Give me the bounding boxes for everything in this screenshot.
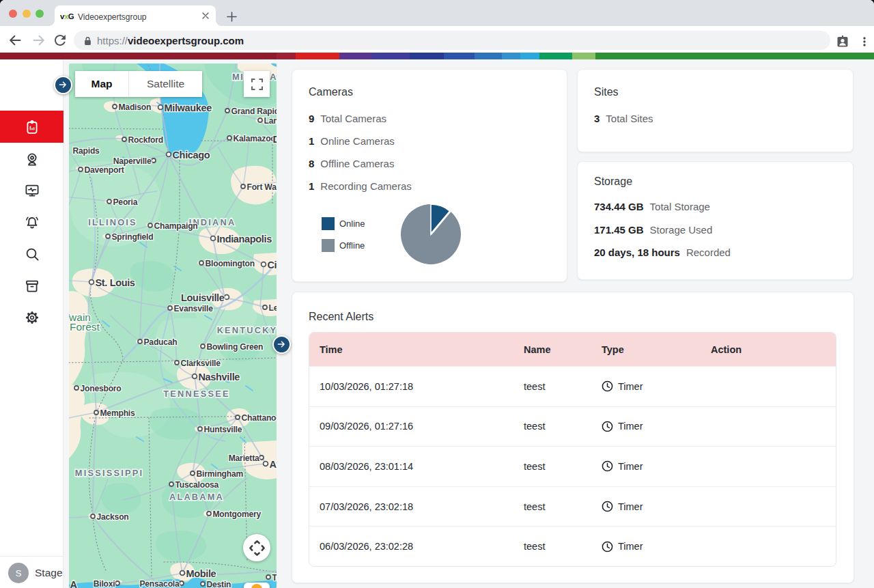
map-city-label: Milwaukee <box>165 102 212 113</box>
stat-label: Recording Cameras <box>320 180 411 192</box>
menu-kebab-icon[interactable] <box>861 37 868 46</box>
pan-icon <box>248 539 266 557</box>
map-city-label: Kalamazoo <box>234 134 276 143</box>
alert-row[interactable]: 07/03/2026, 23:02:18teestTimer <box>309 486 836 527</box>
alert-type: Timer <box>602 380 711 392</box>
sidebar-item-archive[interactable] <box>0 270 64 302</box>
map-city-dot <box>138 339 142 344</box>
legend-swatch-offline <box>322 239 335 252</box>
gear-icon <box>24 309 40 326</box>
map-city-dot <box>263 305 267 309</box>
map-city-label: Indianapolis <box>217 234 272 244</box>
sidebar-divider <box>0 556 64 557</box>
map-city-dot <box>167 152 171 157</box>
minimize-window-button[interactable] <box>23 10 31 18</box>
alert-time: 09/03/2026, 01:27:16 <box>309 421 524 432</box>
bell-icon <box>24 214 40 231</box>
stat-total-storage: 734.44 GBTotal Storage <box>594 201 710 212</box>
stat-value: 9 <box>309 113 314 124</box>
map-city-dot <box>211 236 216 241</box>
map-city-label: Peoria <box>113 197 138 207</box>
map-city-dot <box>236 415 240 419</box>
map-expand-button[interactable] <box>272 335 291 354</box>
map-panel[interactable]: MICHIGANILLINOISINDIANAKENTUCKYTENNESSEE… <box>69 64 277 588</box>
sidebar-item-alerts[interactable] <box>0 206 64 238</box>
cameras-pie-chart <box>400 204 462 265</box>
cameras-card: Cameras 9Total Cameras 1Online Cameras 8… <box>292 69 567 282</box>
archive-icon <box>24 278 40 294</box>
map-state-label: ILLINOIS <box>88 217 137 227</box>
new-tab-button[interactable] <box>227 12 237 22</box>
map-city-dot <box>168 306 172 310</box>
pegman-control[interactable] <box>244 583 270 588</box>
zoom-window-button[interactable] <box>36 10 44 18</box>
satellite-button[interactable]: Satellite <box>128 71 202 97</box>
map-city-label: Rockford <box>128 135 163 145</box>
alert-time: 08/03/2026, 23:01:14 <box>309 461 524 472</box>
map-state-label: MISSISSIPPI <box>75 468 143 478</box>
map-city-dot <box>262 262 266 267</box>
map-button[interactable]: Map <box>75 71 128 97</box>
map-city-label: Cincinnati <box>268 260 277 270</box>
map-state-label: TENNESSEE <box>163 389 229 399</box>
url-text: https://videoexpertsgroup.com <box>97 35 244 46</box>
sidebar-item-settings[interactable] <box>0 302 64 334</box>
map-city-label: Evansville <box>174 304 214 313</box>
map-city-dot <box>259 456 264 460</box>
map-city-label: Springfield <box>112 232 154 242</box>
sidebar-item-cameras[interactable] <box>0 143 64 175</box>
alert-row[interactable]: 08/03/2026, 23:01:14teestTimer <box>309 446 836 486</box>
arrow-right-icon <box>277 340 285 348</box>
search-icon <box>24 246 40 262</box>
stat-label: Online Cameras <box>320 135 394 147</box>
profile-icon[interactable] <box>837 36 848 47</box>
map-city-label: Jackson <box>97 512 129 522</box>
back-button[interactable] <box>7 32 23 48</box>
webcam-icon <box>24 151 40 167</box>
map-city-label: Jonesboro <box>81 384 122 393</box>
alerts-table: Time Name Type Action 10/03/2026, 01:27:… <box>309 332 836 567</box>
alert-type-label: Timer <box>618 421 643 432</box>
fullscreen-button[interactable] <box>244 71 270 97</box>
browser-tab[interactable]: vxG Videoexpertsgroup <box>55 5 216 26</box>
map-city-dot <box>258 118 262 122</box>
alert-row[interactable]: 09/03/2026, 01:27:16teestTimer <box>309 406 836 447</box>
map-state-label: KENTUCKY <box>217 325 277 335</box>
map-city-label: Madison <box>119 102 152 112</box>
column-header-time: Time <box>309 344 524 355</box>
map-city-dot <box>191 471 195 475</box>
map-canvas: MICHIGANILLINOISINDIANAKENTUCKYTENNESSEE… <box>69 64 277 588</box>
map-city-dot <box>107 199 111 204</box>
alert-type-label: Timer <box>618 461 643 472</box>
stat-label: Storage Used <box>650 224 713 236</box>
sidebar-expand-button[interactable] <box>54 76 72 94</box>
reload-button[interactable] <box>52 32 68 48</box>
column-header-name: Name <box>524 344 602 355</box>
map-city-dot <box>91 514 95 518</box>
map-city-dot <box>175 361 179 365</box>
sidebar-item-dashboard[interactable] <box>0 111 64 143</box>
map-city-dot <box>199 261 203 265</box>
map-city-label: Biloxi <box>94 579 115 588</box>
user-row[interactable]: S Stage <box>8 563 63 583</box>
alert-row[interactable]: 10/03/2026, 01:27:18teestTimer <box>309 366 836 406</box>
stat-label: Total Cameras <box>320 113 386 124</box>
map-city-label: Chicago <box>173 150 210 160</box>
map-city-dot <box>89 280 94 285</box>
arrow-right-icon <box>59 81 67 89</box>
address-bar[interactable]: https://videoexpertsgroup.com <box>74 31 830 50</box>
map-city-label: Nashville <box>199 372 240 382</box>
pan-control[interactable] <box>243 534 270 561</box>
map-city-dot <box>225 109 229 113</box>
sidebar-item-live[interactable] <box>0 175 64 207</box>
forward-button[interactable] <box>31 32 47 48</box>
tab-close-icon[interactable] <box>201 11 210 20</box>
map-city-dot <box>106 234 110 238</box>
map-city-dot <box>74 386 79 390</box>
sidebar: S Stage <box>0 59 64 588</box>
alert-type-label: Timer <box>618 541 643 552</box>
sidebar-item-search[interactable] <box>0 238 64 270</box>
legend-item-online: Online <box>322 217 365 230</box>
close-window-button[interactable] <box>9 10 17 18</box>
alert-row[interactable]: 06/03/2026, 23:02:28teestTimer <box>309 526 836 566</box>
